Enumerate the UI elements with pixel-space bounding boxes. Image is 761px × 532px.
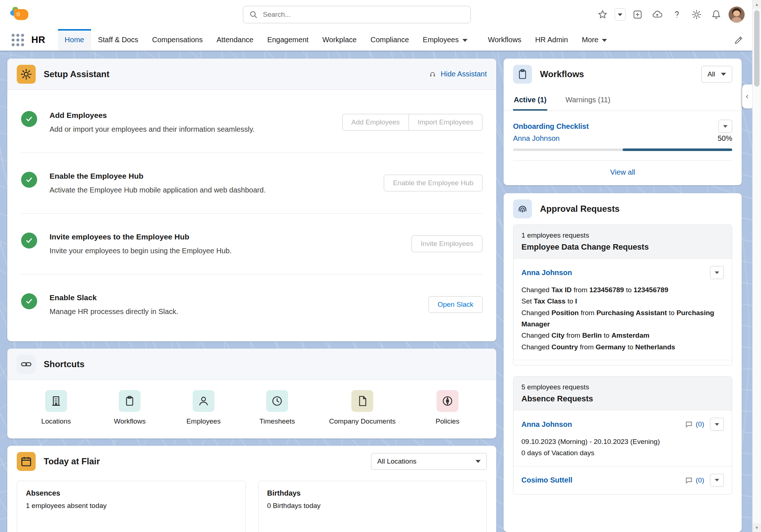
scrollbar-up-button[interactable]: ▲ [753, 0, 761, 9]
today-header: Today at Flair All Locations [7, 446, 496, 477]
page-scrollbar[interactable]: ▲ ▼ [752, 0, 761, 532]
import-employees-button[interactable]: Import Employees [409, 114, 482, 131]
comments-link[interactable]: (0) [685, 420, 704, 428]
workflows-card: Workflows All Active (1) Warnings (11) O… [504, 59, 742, 185]
shortcut-workflows[interactable]: Workflows [108, 390, 151, 425]
search-icon [249, 10, 258, 19]
workflow-item-dropdown-button[interactable] [718, 120, 732, 133]
flair-hr-app: HR Home Staff & Docs Compensations Atten… [0, 0, 761, 532]
workflows-title: Workflows [540, 69, 693, 79]
workflow-progress-fill [623, 148, 732, 151]
step-title: Add Employees [50, 111, 342, 120]
global-search[interactable] [243, 6, 471, 23]
change-line: Changed Tax ID from 123456789 to 1234567… [521, 284, 724, 295]
shortcut-locations[interactable]: Locations [34, 390, 78, 425]
step-title: Invite employees to the Employee Hub [50, 233, 411, 241]
setup-step-enable-hub: Enable the Employee Hub Activate the Emp… [21, 152, 482, 213]
request-dropdown-button[interactable] [710, 266, 724, 279]
tab-workflows[interactable]: Workflows [481, 29, 528, 51]
collapse-panel-handle[interactable]: ‹ [742, 84, 752, 108]
group-header: 1 employees requests Employee Data Chang… [513, 225, 732, 259]
favorites-dropdown-button[interactable] [615, 8, 626, 21]
shortcuts-title: Shortcuts [44, 359, 487, 369]
gear-icon [691, 9, 702, 20]
scrollbar-thumb[interactable] [754, 10, 760, 87]
upload-status-button[interactable] [650, 7, 665, 22]
main-content: Setup Assistant Hide Assistant [0, 51, 761, 532]
tab-active-workflows[interactable]: Active (1) [513, 90, 547, 111]
tab-hr-admin[interactable]: HR Admin [528, 29, 575, 51]
chat-bubble-icon [685, 420, 693, 428]
shortcut-timesheets[interactable]: Timesheets [255, 390, 299, 425]
onboarding-checklist-link[interactable]: Onboarding Checklist [513, 122, 589, 131]
view-all-link[interactable]: View all [610, 168, 635, 176]
today-at-flair-card: Today at Flair All Locations Absences 1 … [7, 446, 496, 532]
request-dropdown-button[interactable] [710, 474, 724, 487]
tab-compliance[interactable]: Compliance [363, 29, 416, 51]
approval-request: Anna Johnson Changed Tax ID from 1234567… [513, 259, 732, 360]
group-header: 5 employees requests Absence Requests [513, 377, 732, 410]
app-launcher[interactable] [10, 32, 25, 48]
request-person-link[interactable]: Anna Johnson [521, 269, 704, 277]
approvals-body: 1 employees requests Employee Data Chang… [504, 225, 742, 515]
document-icon [351, 390, 373, 412]
step-description: Add or import your employees and their i… [50, 125, 342, 134]
flair-logo[interactable] [9, 6, 31, 23]
fingerprint-icon [513, 199, 532, 218]
tab-staff-docs[interactable]: Staff & Docs [91, 29, 145, 51]
open-slack-button[interactable]: Open Slack [429, 296, 482, 313]
setup-gear-icon [17, 65, 36, 84]
header-actions [595, 6, 745, 23]
step-title: Enable Slack [50, 293, 429, 302]
compass-icon [437, 390, 458, 412]
setup-button[interactable] [689, 7, 704, 22]
setup-step-invite-employees: Invite employees to the Employee Hub Inv… [21, 213, 482, 274]
tab-compensations[interactable]: Compensations [145, 29, 210, 51]
tab-home[interactable]: Home [58, 29, 91, 51]
setup-step-add-employees: Add Employees Add or import your employe… [21, 92, 482, 152]
shortcut-policies[interactable]: Policies [426, 390, 469, 425]
favorites-button[interactable] [595, 7, 610, 22]
caret-down-icon [715, 423, 719, 426]
shortcut-employees[interactable]: Employees [182, 390, 225, 425]
step-title: Enable the Employee Hub [50, 172, 384, 180]
invite-employees-button[interactable]: Invite Employees [411, 235, 482, 252]
scrollbar-down-button[interactable]: ▼ [753, 523, 761, 532]
global-actions-button[interactable] [630, 7, 645, 22]
shortcut-company-documents[interactable]: Company Documents [329, 390, 396, 425]
setup-step-enable-slack: Enable Slack Manage HR processes directl… [21, 274, 482, 335]
workflows-filter-select[interactable]: All [701, 66, 732, 83]
request-person-link[interactable]: Cosimo Suttell [521, 476, 679, 484]
star-icon [598, 9, 608, 20]
calendar-icon [17, 452, 36, 471]
clipboard-icon [119, 390, 141, 412]
plus-box-icon [632, 9, 643, 20]
hide-assistant-link[interactable]: Hide Assistant [428, 70, 487, 79]
location-filter-select[interactable]: All Locations [371, 453, 487, 470]
birthdays-text: 0 Birthdays today [267, 502, 478, 510]
help-button[interactable] [669, 7, 685, 22]
edit-navigation-button[interactable] [731, 32, 746, 48]
add-employees-button[interactable]: Add Employees [342, 114, 409, 131]
tab-employees[interactable]: Employees [416, 29, 474, 51]
workflow-person-link[interactable]: Anna Johnson [513, 134, 560, 143]
comments-link[interactable]: (0) [685, 476, 704, 484]
caret-down-icon [721, 73, 726, 76]
tab-workplace[interactable]: Workplace [315, 29, 363, 51]
enable-employee-hub-button[interactable]: Enable the Employee Hub [384, 175, 482, 191]
request-person-link[interactable]: Anna Johnson [521, 420, 679, 429]
check-circle-icon [21, 172, 37, 188]
flair-logo-icon [9, 6, 31, 23]
link-icon [17, 355, 36, 374]
bell-icon [711, 9, 721, 20]
search-input[interactable] [262, 10, 465, 19]
tab-more[interactable]: More [575, 29, 614, 51]
notifications-button[interactable] [709, 7, 724, 22]
tab-engagement[interactable]: Engagement [260, 29, 315, 51]
workflows-header: Workflows All [504, 59, 742, 90]
user-avatar[interactable] [728, 6, 745, 23]
request-dropdown-button[interactable] [710, 418, 724, 431]
group-footer [513, 360, 732, 365]
tab-attendance[interactable]: Attendance [210, 29, 260, 51]
tab-warnings[interactable]: Warnings (11) [565, 90, 611, 111]
